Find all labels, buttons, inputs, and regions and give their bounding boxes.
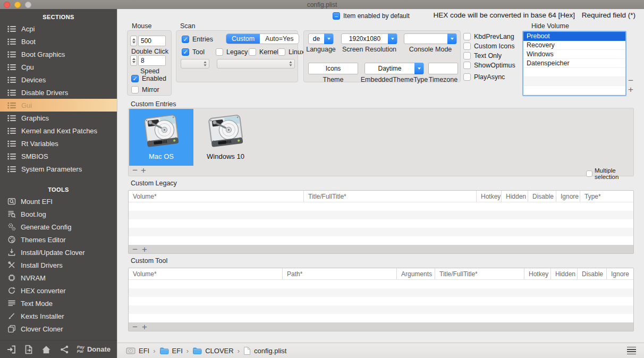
- sidebar-item-acpi[interactable]: Acpi: [0, 22, 117, 35]
- custom-entry-label: Windows 10: [207, 152, 244, 160]
- column-header[interactable]: Title/FullTitle*: [435, 268, 524, 279]
- column-header[interactable]: Arguments: [397, 268, 435, 279]
- column-header[interactable]: Hidden: [551, 268, 578, 279]
- sidebar-item-cpu[interactable]: Cpu: [0, 61, 117, 73]
- file-export-icon[interactable]: [24, 345, 33, 354]
- kernel-checkbox[interactable]: [249, 48, 256, 56]
- hide-volume-row[interactable]: Windows: [523, 50, 625, 59]
- timezone-input[interactable]: [428, 63, 458, 74]
- add-volume-button[interactable]: +: [628, 86, 633, 93]
- sidebar-item-boot[interactable]: Boot: [0, 35, 117, 48]
- column-header[interactable]: Ignore: [607, 268, 633, 279]
- table-row: [129, 297, 633, 305]
- add-tool-button[interactable]: +: [142, 323, 147, 331]
- column-header[interactable]: Volume*: [129, 191, 304, 202]
- sidebar-item-themes-editor[interactable]: Themes Editor: [0, 233, 117, 246]
- menu-icon[interactable]: [627, 347, 636, 355]
- sidebar-item-graphics[interactable]: Graphics: [0, 112, 117, 124]
- sidebar-item-install-update-clover[interactable]: Install/Update Clover: [0, 246, 117, 259]
- sidebar-item-hex-converter[interactable]: HEX converter: [0, 284, 117, 297]
- double-click-stepper[interactable]: [130, 36, 137, 46]
- column-header[interactable]: Hotkey: [477, 191, 502, 202]
- remove-tool-button[interactable]: −: [132, 323, 138, 331]
- chevron-right-icon: ›: [238, 347, 240, 355]
- sidebar-item-mount-efi[interactable]: Mount EFI: [0, 195, 117, 208]
- column-header[interactable]: Hotkey: [524, 268, 551, 279]
- sidebar-item-nvram[interactable]: NVRAM: [0, 271, 117, 284]
- sidebar-item-text-mode[interactable]: Text Mode: [0, 297, 117, 310]
- column-header[interactable]: Title/FullTitle*: [304, 191, 477, 202]
- scan-popup-2[interactable]: [217, 59, 295, 69]
- sidebar-item-devices[interactable]: Devices: [0, 73, 117, 86]
- sidebar-item-system-parameters[interactable]: System Parameters: [0, 163, 117, 175]
- breadcrumb-item-efi-folder[interactable]: EFI: [159, 347, 183, 355]
- enabled-checkbox[interactable]: ✓: [131, 75, 139, 82]
- breadcrumb-item-clover-folder[interactable]: CLOVER: [192, 347, 233, 355]
- scan-popup-1[interactable]: [181, 59, 209, 69]
- embedded-theme-type-select[interactable]: Daytime: [365, 63, 424, 74]
- custom-legacy-footer: − +: [129, 245, 633, 254]
- console-mode-select[interactable]: [404, 33, 457, 44]
- sidebar-item-smbios[interactable]: SMBIOS: [0, 150, 117, 163]
- multiple-selection-checkbox[interactable]: [586, 171, 592, 177]
- custom-entry-windows10[interactable]: Windows 10: [193, 109, 258, 166]
- sidebar-item-rt-variables[interactable]: Rt Variables: [0, 137, 117, 150]
- column-header[interactable]: Disable: [528, 191, 556, 202]
- custom-entry-macos[interactable]: Mac OS: [129, 109, 193, 166]
- home-icon[interactable]: [41, 345, 51, 354]
- theme-input[interactable]: Icons: [308, 63, 358, 74]
- sidebar-item-label: Generate Config: [21, 223, 71, 231]
- playasync-checkbox[interactable]: [463, 73, 471, 81]
- donate-button[interactable]: PayPal Donate: [77, 345, 111, 354]
- sidebar-item-clover-cloner[interactable]: Clover Cloner: [0, 322, 117, 335]
- double-click-input[interactable]: 500: [138, 36, 166, 46]
- showoptimus-checkbox[interactable]: [463, 62, 471, 69]
- column-header[interactable]: Volume*: [129, 268, 283, 279]
- segment-auto-yes[interactable]: Auto=Yes: [260, 34, 299, 44]
- tool-checkbox[interactable]: ✓: [182, 48, 189, 56]
- breadcrumb-item-config-plist[interactable]: config.plist: [243, 346, 286, 355]
- item-enabled-checkbox[interactable]: –: [333, 12, 340, 20]
- add-legacy-button[interactable]: +: [142, 246, 147, 253]
- add-entry-button[interactable]: +: [141, 167, 146, 174]
- column-header[interactable]: Disable: [578, 268, 607, 279]
- sidebar-item-boot-log[interactable]: Boot.log: [0, 208, 117, 220]
- segment-custom[interactable]: Custom: [226, 34, 260, 44]
- speed-stepper[interactable]: [130, 55, 137, 66]
- screen-resolution-select[interactable]: 1920x1080: [341, 33, 397, 44]
- custom-icons-checkbox[interactable]: [463, 42, 471, 50]
- breadcrumb-label: config.plist: [254, 347, 286, 355]
- remove-entry-button[interactable]: −: [132, 167, 138, 174]
- sidebar-item-gui[interactable]: Gui: [0, 99, 117, 112]
- hide-volume-list[interactable]: Preboot Recovery Windows Datenspeicher: [522, 31, 626, 96]
- sidebar-item-kernel-kext-patches[interactable]: Kernel and Kext Patches: [0, 124, 117, 137]
- sidebar-item-disable-drivers[interactable]: Disable Drivers: [0, 86, 117, 99]
- hide-volume-row[interactable]: Recovery: [523, 41, 625, 50]
- entries-checkbox[interactable]: ✓: [182, 36, 189, 43]
- sign-in-icon[interactable]: [6, 345, 16, 354]
- remove-volume-button[interactable]: −: [628, 77, 633, 84]
- remove-legacy-button[interactable]: −: [132, 246, 138, 253]
- column-header[interactable]: Ignore: [556, 191, 580, 202]
- sidebar-item-kexts-installer[interactable]: Kexts Installer: [0, 310, 117, 322]
- sidebar-item-boot-graphics[interactable]: Boot Graphics: [0, 48, 117, 61]
- text-only-checkbox[interactable]: [463, 52, 471, 59]
- close-button[interactable]: [4, 2, 10, 8]
- hide-volume-row[interactable]: Datenspeicher: [523, 59, 625, 68]
- breadcrumb-item-efi-volume[interactable]: EFI: [126, 346, 149, 355]
- sidebar-item-install-drivers[interactable]: Install Drivers: [0, 259, 117, 271]
- linux-checkbox[interactable]: [278, 48, 285, 56]
- minimize-button[interactable]: [14, 2, 21, 8]
- speed-input[interactable]: 8: [138, 55, 166, 66]
- column-header[interactable]: Path*: [283, 268, 397, 279]
- column-header[interactable]: Type*: [580, 191, 633, 202]
- mirror-checkbox[interactable]: [131, 86, 139, 93]
- language-select[interactable]: de: [308, 33, 334, 44]
- legacy-checkbox[interactable]: [216, 48, 223, 56]
- screen-resolution-label: Screen Resolution: [341, 46, 397, 53]
- hide-volume-row[interactable]: Preboot: [523, 32, 625, 41]
- column-header[interactable]: Hidden: [502, 191, 528, 202]
- share-icon[interactable]: [60, 345, 69, 354]
- kbdprevlang-checkbox[interactable]: [463, 33, 471, 40]
- sidebar-item-generate-config[interactable]: Generate Config: [0, 220, 117, 233]
